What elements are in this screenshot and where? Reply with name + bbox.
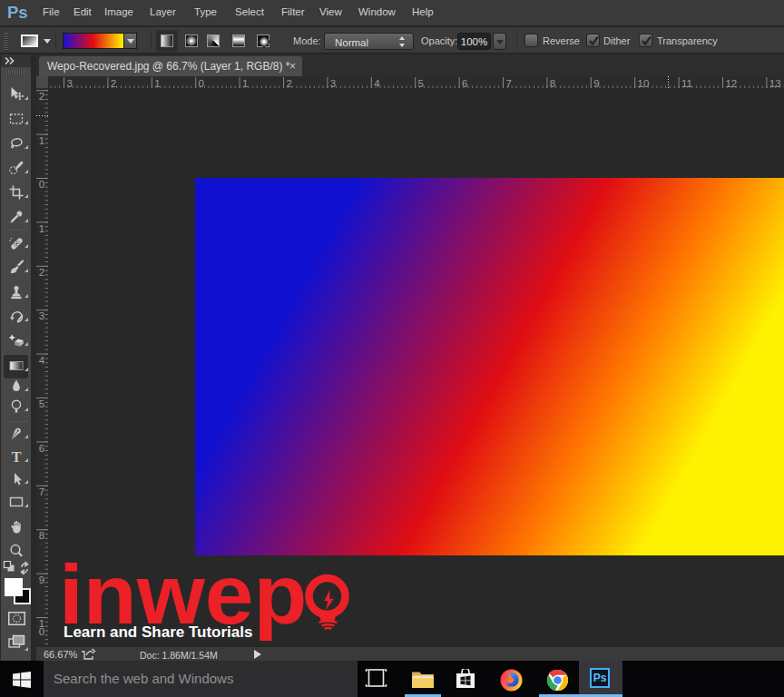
svg-text:6: 6 [39, 443, 44, 454]
svg-text:7: 7 [39, 486, 44, 497]
svg-text:8: 8 [39, 530, 44, 541]
svg-text:4: 4 [39, 355, 45, 366]
svg-text:1: 1 [39, 223, 44, 234]
svg-text:3: 3 [39, 310, 44, 321]
svg-text:T: T [12, 449, 22, 465]
svg-text:2: 2 [39, 267, 44, 278]
svg-text:9: 9 [39, 574, 44, 585]
svg-text:5: 5 [39, 398, 44, 409]
svg-text:2: 2 [39, 91, 44, 102]
svg-text:1: 1 [39, 135, 44, 146]
svg-text:0: 0 [39, 626, 44, 637]
svg-text:0: 0 [39, 179, 44, 190]
